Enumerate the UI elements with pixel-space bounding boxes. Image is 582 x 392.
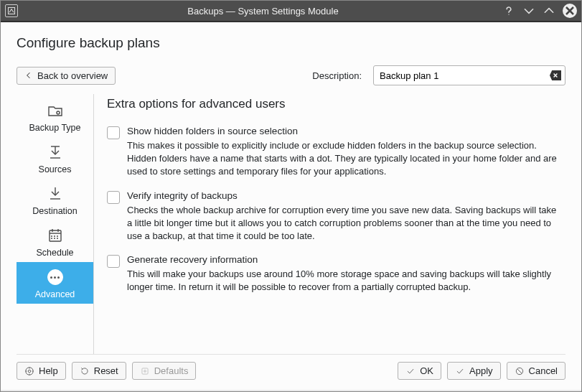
checkbox-recovery-info[interactable] — [107, 255, 120, 268]
sidebar-item-schedule[interactable]: Schedule — [17, 220, 93, 262]
minimize-icon[interactable] — [522, 4, 535, 17]
option-title: Verify integrity of backups — [127, 190, 563, 201]
page-title: Configure backup plans — [17, 35, 565, 51]
sidebar-item-sources[interactable]: Sources — [17, 137, 93, 179]
apply-button[interactable]: Apply — [447, 362, 501, 380]
checkbox-hidden-folders[interactable] — [107, 126, 120, 139]
help-icon[interactable] — [502, 4, 515, 17]
clear-input-icon[interactable] — [550, 70, 561, 80]
option-description: Checks the whole backup archive for corr… — [127, 204, 563, 243]
back-to-overview-button[interactable]: Back to overview — [17, 67, 116, 85]
svg-point-2 — [57, 111, 60, 114]
reset-button[interactable]: Reset — [72, 362, 126, 380]
option-recovery-info: Generate recovery information This will … — [107, 254, 563, 294]
maximize-icon[interactable] — [543, 4, 555, 17]
sidebar-item-label: Schedule — [36, 248, 73, 258]
cancel-button[interactable]: Cancel — [507, 362, 565, 380]
window-title: Backups — System Settings Module — [24, 6, 502, 17]
option-verify-integrity: Verify integrity of backups Checks the w… — [107, 190, 563, 243]
section-title: Extra options for advanced users — [107, 97, 563, 111]
sidebar-item-label: Destination — [32, 206, 78, 216]
back-button-label: Back to overview — [37, 70, 108, 81]
sidebar-item-advanced[interactable]: Advanced — [17, 262, 93, 304]
window-titlebar: Backups — System Settings Module — [1, 1, 581, 22]
sidebar-item-label: Advanced — [35, 289, 75, 299]
dialog-footer: Help Reset Defaults OK Apply Cancel — [17, 354, 565, 380]
sidebar-item-label: Backup Type — [29, 123, 80, 133]
app-menu-icon[interactable] — [5, 4, 18, 17]
option-title: Show hidden folders in source selection — [127, 126, 563, 136]
apply-button-label: Apply — [469, 365, 493, 376]
folder-icon — [46, 101, 65, 120]
cancel-button-label: Cancel — [529, 365, 558, 376]
option-hidden-folders: Show hidden folders in source selection … — [107, 126, 563, 179]
destination-icon — [46, 185, 65, 203]
option-title: Generate recovery information — [127, 254, 563, 265]
calendar-icon — [46, 226, 65, 245]
sidebar-item-label: Sources — [39, 164, 72, 174]
ok-button-label: OK — [420, 365, 433, 376]
option-description: This will make your backups use around 1… — [127, 268, 563, 294]
description-input[interactable] — [373, 65, 565, 85]
ok-button[interactable]: OK — [398, 362, 441, 380]
sidebar-item-destination[interactable]: Destination — [17, 179, 93, 220]
reset-button-label: Reset — [94, 365, 118, 376]
settings-content: Extra options for advanced users Show hi… — [94, 94, 565, 354]
svg-point-5 — [28, 370, 31, 373]
help-button-label: Help — [39, 365, 58, 376]
sidebar-item-backup-type[interactable]: Backup Type — [17, 95, 93, 137]
sidebar: Backup Type Sources Destination Schedule — [17, 94, 94, 354]
defaults-button[interactable]: Defaults — [132, 362, 197, 380]
sources-icon — [46, 143, 65, 162]
option-description: This makes it possible to explicitly inc… — [127, 139, 563, 179]
help-button[interactable]: Help — [17, 362, 66, 380]
description-label: Description: — [312, 70, 362, 81]
defaults-button-label: Defaults — [154, 365, 189, 376]
close-icon[interactable] — [563, 4, 577, 18]
svg-point-1 — [508, 14, 509, 14]
advanced-icon — [46, 268, 65, 286]
checkbox-verify-integrity[interactable] — [107, 191, 120, 204]
